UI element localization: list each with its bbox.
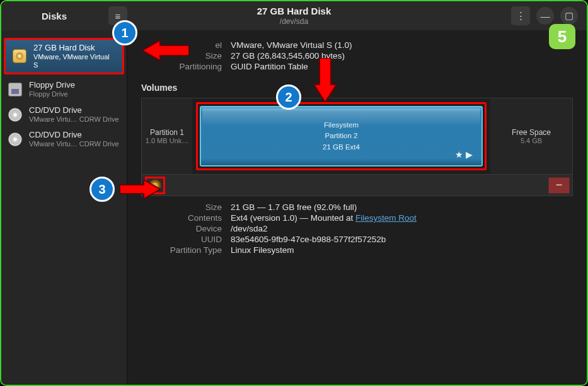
p2-line1: Filesystem bbox=[324, 120, 359, 131]
device-cd-1[interactable]: CD/DVD Drive VMware Virtu… CDRW Drive bbox=[1, 102, 127, 127]
titlebar: Disks ≡ 27 GB Hard Disk /dev/sda ⋮ — ▢ bbox=[1, 1, 587, 30]
value-vol-size: 21 GB — 1.7 GB free (92.0% full) bbox=[231, 202, 573, 212]
callout-2: 2 bbox=[276, 85, 301, 110]
value-uuid: 83e54605-9fb9-47ce-b988-577f2f57252b bbox=[231, 235, 573, 244]
volume-actions: − bbox=[141, 175, 573, 196]
cd-icon bbox=[8, 132, 22, 146]
device-floppy[interactable]: Floppy Drive Floppy Drive bbox=[1, 77, 127, 102]
window-minimize-button[interactable]: — bbox=[536, 7, 554, 25]
kebab-icon: ⋮ bbox=[516, 10, 526, 21]
device-model: Floppy Drive bbox=[29, 90, 75, 98]
disk-info: el VMware, VMware Virtual S (1.0) Size 2… bbox=[141, 40, 573, 71]
minus-icon: − bbox=[556, 178, 563, 192]
label-contents: Contents bbox=[141, 213, 222, 223]
value-model: VMware, VMware Virtual S (1.0) bbox=[231, 40, 573, 50]
contents-text: Ext4 (version 1.0) — Mounted at bbox=[231, 213, 355, 223]
value-size: 27 GB (26,843,545,600 bytes) bbox=[231, 51, 573, 61]
partition-2[interactable]: Filesystem Partition 2 21 GB Ext4 ★▶ bbox=[192, 98, 490, 174]
callout-badge-5: 5 bbox=[549, 24, 575, 49]
drive-options-button[interactable]: ⋮ bbox=[511, 6, 530, 25]
maximize-icon: ▢ bbox=[565, 10, 574, 21]
delete-partition-button[interactable]: − bbox=[548, 177, 570, 194]
label-partitioning: Partitioning bbox=[141, 62, 222, 71]
device-model: VMware Virtu… CDRW Drive bbox=[29, 115, 119, 124]
callout-arrow-3 bbox=[120, 178, 160, 201]
p2-line3: 21 GB Ext4 bbox=[323, 142, 360, 153]
device-name: CD/DVD Drive bbox=[29, 106, 119, 115]
svg-marker-1 bbox=[314, 58, 337, 102]
device-name: CD/DVD Drive bbox=[29, 131, 119, 140]
header-title: 27 GB Hard Disk bbox=[127, 6, 461, 17]
label-vol-size: Size bbox=[141, 202, 222, 212]
device-model: VMware, VMware Virtual S bbox=[33, 53, 116, 69]
minimize-icon: — bbox=[541, 11, 550, 21]
device-sidebar: 27 GB Hard Disk VMware, VMware Virtual S… bbox=[1, 30, 127, 385]
p2-line2: Partition 2 bbox=[325, 131, 358, 141]
device-name: 27 GB Hard Disk bbox=[33, 44, 116, 53]
device-model: VMware Virtu… CDRW Drive bbox=[29, 140, 119, 148]
app-title: Disks bbox=[8, 11, 101, 21]
value-device: /dev/sda2 bbox=[231, 224, 573, 233]
floppy-icon bbox=[8, 83, 22, 96]
hard-disk-icon bbox=[13, 49, 26, 63]
callout-arrow-2 bbox=[311, 58, 339, 102]
filesystem-root-link[interactable]: Filesystem Root bbox=[355, 213, 417, 223]
callout-3: 3 bbox=[89, 177, 115, 202]
callout-arrow-1 bbox=[142, 38, 189, 63]
svg-marker-2 bbox=[120, 180, 160, 199]
p1-title: Partition 1 bbox=[150, 128, 184, 137]
value-contents: Ext4 (version 1.0) — Mounted at Filesyst… bbox=[231, 213, 573, 223]
cd-icon bbox=[8, 108, 22, 122]
label-ptype: Partition Type bbox=[141, 245, 222, 255]
label-uuid: UUID bbox=[141, 235, 222, 244]
header-sub: /dev/sda bbox=[127, 17, 461, 26]
free-sub: 5.4 GB bbox=[521, 137, 542, 144]
volumes-diagram: Partition 1 1.0 MB Unk… Filesystem Parti… bbox=[141, 98, 573, 175]
play-icon: ▶ bbox=[466, 149, 475, 160]
main-panel: el VMware, VMware Virtual S (1.0) Size 2… bbox=[127, 30, 587, 385]
volume-info: Size 21 GB — 1.7 GB free (92.0% full) Co… bbox=[141, 202, 573, 255]
value-partitioning: GUID Partition Table bbox=[231, 62, 573, 71]
value-ptype: Linux Filesystem bbox=[231, 245, 573, 255]
partition-1[interactable]: Partition 1 1.0 MB Unk… bbox=[142, 98, 192, 174]
device-hard-disk[interactable]: 27 GB Hard Disk VMware, VMware Virtual S bbox=[6, 40, 122, 73]
device-cd-2[interactable]: CD/DVD Drive VMware Virtu… CDRW Drive bbox=[1, 127, 127, 152]
window-maximize-button[interactable]: ▢ bbox=[560, 7, 578, 25]
star-icon: ★ bbox=[455, 149, 466, 160]
p1-sub: 1.0 MB Unk… bbox=[146, 137, 188, 144]
free-space[interactable]: Free Space 5.4 GB bbox=[490, 98, 572, 174]
partition-flags: ★▶ bbox=[455, 148, 475, 161]
hamburger-icon: ≡ bbox=[115, 11, 121, 21]
callout-1: 1 bbox=[112, 20, 137, 45]
label-device: Device bbox=[141, 224, 222, 233]
svg-marker-0 bbox=[142, 40, 189, 61]
volumes-heading: Volumes bbox=[141, 83, 573, 93]
free-title: Free Space bbox=[512, 128, 551, 137]
device-name: Floppy Drive bbox=[29, 81, 75, 90]
